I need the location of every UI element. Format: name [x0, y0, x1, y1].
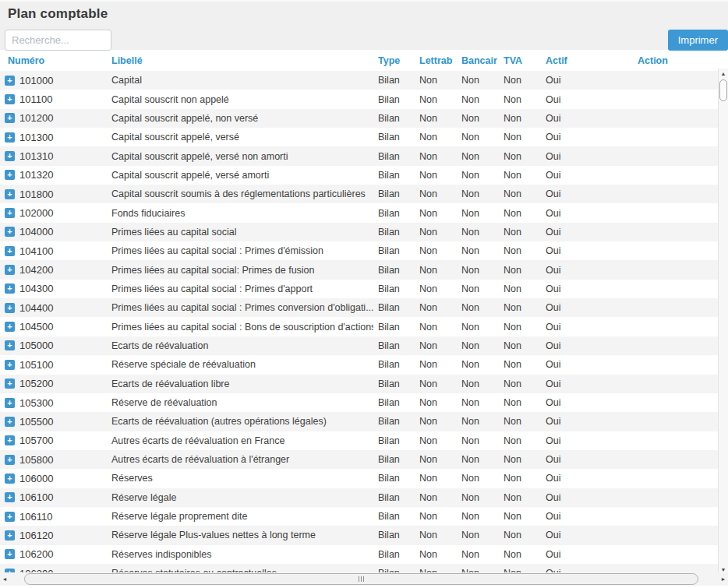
column-header-libelle[interactable]: Libellé [107, 55, 373, 66]
table-row[interactable]: + 104400 Primes liées au capital social … [0, 298, 728, 317]
tva-cell: Non [499, 416, 541, 427]
expand-icon[interactable]: + [5, 246, 15, 256]
table-row[interactable]: + 101200 Capital souscrit appelé, non ve… [0, 109, 728, 128]
type-cell: Bilan [373, 340, 415, 351]
table-row[interactable]: + 101320 Capital souscrit appelé, versé … [0, 166, 728, 185]
expand-icon[interactable]: + [5, 170, 15, 180]
bancair-cell: Non [457, 283, 499, 294]
column-header-lettrab[interactable]: Lettrab [415, 55, 457, 66]
table-row[interactable]: + 106120 Réserve légale Plus-values nett… [0, 526, 728, 544]
expand-icon[interactable]: + [5, 379, 15, 389]
numero-cell: + 105500 [0, 416, 107, 428]
actif-cell: Oui [541, 530, 633, 540]
table-row[interactable]: + 101310 Capital souscrit appelé, versé … [0, 146, 728, 165]
table-row[interactable]: + 104300 Primes liées au capital social … [0, 280, 728, 298]
vertical-scrollbar[interactable]: ▲ ▼ [718, 69, 728, 574]
expand-icon[interactable]: + [5, 474, 15, 484]
expand-icon[interactable]: + [5, 132, 15, 143]
expand-icon[interactable]: + [5, 549, 15, 559]
expand-icon[interactable]: + [5, 512, 15, 522]
libelle-cell: Capital souscrit appelé, versé non amort… [107, 151, 373, 162]
table-row[interactable]: + 101000 Capital Bilan Non Non Non Oui [0, 71, 728, 90]
expand-icon[interactable]: + [5, 417, 15, 427]
expand-icon[interactable]: + [5, 455, 15, 465]
bancair-cell: Non [457, 227, 499, 238]
table-row[interactable]: + 105000 Ecarts de réévaluation Bilan No… [0, 336, 728, 355]
horizontal-scrollbar-thumb[interactable] [24, 573, 698, 585]
type-cell: Bilan [373, 473, 415, 484]
expand-icon[interactable]: + [5, 94, 15, 104]
libelle-cell: Capital souscrit appelé, non versé [107, 113, 373, 124]
numero-cell: + 101800 [0, 188, 107, 200]
type-cell: Bilan [373, 511, 415, 522]
expand-icon[interactable]: + [5, 208, 15, 218]
table-row[interactable]: + 106000 Réserves Bilan Non Non Non Oui [0, 469, 728, 488]
actif-cell: Oui [541, 511, 633, 522]
expand-icon[interactable]: + [5, 492, 15, 502]
table-row[interactable]: + 105200 Ecarts de réévaluation libre Bi… [0, 375, 728, 393]
search-input[interactable] [5, 30, 111, 51]
table-row[interactable]: + 105800 Autres écarts de réévaluation à… [0, 450, 728, 469]
bancair-cell: Non [457, 113, 499, 124]
expand-icon[interactable]: + [5, 530, 15, 540]
table-row[interactable]: + 104100 Primes liées au capital social … [0, 241, 728, 260]
type-cell: Bilan [373, 188, 415, 199]
expand-icon[interactable]: + [5, 265, 15, 275]
expand-icon[interactable]: + [5, 398, 15, 408]
column-header-numero[interactable]: Numéro [0, 55, 107, 66]
table-row[interactable]: + 106200 Réserves indisponibles Bilan No… [0, 545, 728, 564]
column-header-tva[interactable]: TVA [499, 55, 541, 66]
expand-icon[interactable]: + [5, 435, 15, 445]
lettrab-cell: Non [415, 454, 457, 465]
column-header-type[interactable]: Type [373, 55, 415, 66]
actif-cell: Oui [541, 549, 633, 560]
type-cell: Bilan [373, 302, 415, 313]
expand-icon[interactable]: + [5, 283, 15, 294]
table-row[interactable]: + 104200 Primes liées au capital social:… [0, 260, 728, 279]
table-row[interactable]: + 105500 Ecarts de réévaluation (autres … [0, 412, 728, 431]
vertical-scrollbar-thumb[interactable] [719, 79, 727, 101]
table-row[interactable]: + 105700 Autres écarts de réévaluation e… [0, 431, 728, 450]
numero-cell: + 106110 [0, 511, 107, 523]
horizontal-scrollbar[interactable]: ◄ ► [0, 572, 728, 586]
table-row[interactable]: + 106110 Réserve légale proprement dite … [0, 507, 728, 526]
table-row[interactable]: + 104000 Primes liées au capital social … [0, 223, 728, 241]
expand-icon[interactable]: + [5, 76, 15, 86]
expand-icon[interactable]: + [5, 340, 15, 350]
table-row[interactable]: + 106100 Réserve légale Bilan Non Non No… [0, 488, 728, 507]
tva-cell: Non [499, 511, 541, 522]
expand-icon[interactable]: + [5, 360, 15, 370]
tva-cell: Non [499, 265, 541, 276]
libelle-cell: Autres écarts de réévaluation en France [107, 435, 373, 446]
numero-value: 104100 [19, 245, 53, 257]
scroll-up-icon[interactable]: ▲ [719, 69, 728, 78]
bancair-cell: Non [457, 379, 499, 389]
libelle-cell: Primes liées au capital social : Primes … [107, 283, 373, 294]
table-row[interactable]: + 101800 Capital souscrit soumis à des r… [0, 185, 728, 203]
table-row[interactable]: + 102000 Fonds fiduciaires Bilan Non Non… [0, 203, 728, 222]
tva-cell: Non [499, 188, 541, 199]
print-button[interactable]: Imprimer [668, 30, 728, 51]
expand-icon[interactable]: + [5, 322, 15, 332]
libelle-cell: Capital souscrit non appelé [107, 94, 373, 105]
numero-value: 101310 [19, 150, 53, 162]
type-cell: Bilan [373, 359, 415, 370]
bancair-cell: Non [457, 322, 499, 333]
table-row[interactable]: + 104500 Primes liées au capital social … [0, 317, 728, 336]
scroll-right-icon[interactable]: ► [719, 572, 728, 586]
expand-icon[interactable]: + [5, 189, 15, 199]
table-row[interactable]: + 101300 Capital souscrit appelé, versé … [0, 128, 728, 146]
table-row[interactable]: + 101100 Capital souscrit non appelé Bil… [0, 90, 728, 108]
expand-icon[interactable]: + [5, 151, 15, 161]
expand-icon[interactable]: + [5, 303, 15, 313]
table-body: + 101000 Capital Bilan Non Non Non Oui +… [0, 71, 728, 573]
column-header-bancair[interactable]: Bancair [457, 55, 499, 66]
lettrab-cell: Non [415, 227, 457, 238]
actif-cell: Oui [541, 245, 633, 256]
table-row[interactable]: + 105100 Réserve spéciale de réévaluatio… [0, 355, 728, 374]
scroll-left-icon[interactable]: ◄ [0, 572, 9, 586]
column-header-actif[interactable]: Actif [541, 55, 633, 66]
expand-icon[interactable]: + [5, 113, 15, 123]
expand-icon[interactable]: + [5, 227, 15, 237]
table-row[interactable]: + 105300 Réserve de réévaluation Bilan N… [0, 393, 728, 412]
